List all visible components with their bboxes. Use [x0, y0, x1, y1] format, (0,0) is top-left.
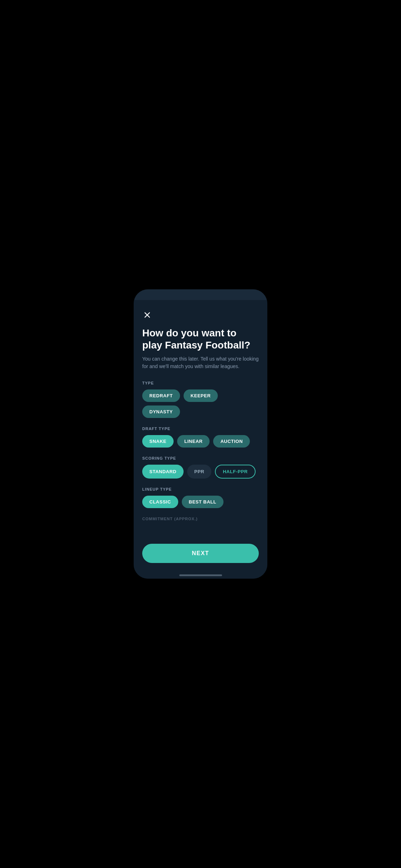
type-section: TYPE REDRAFT KEEPER DYNASTY: [142, 381, 259, 418]
scoring-type-options: STANDARD PPR HALF-PPR: [142, 465, 259, 479]
chip-dynasty[interactable]: DYNASTY: [142, 405, 180, 418]
next-button-area: NEXT: [134, 538, 267, 572]
chip-best-ball[interactable]: BEST BALL: [182, 496, 223, 508]
chip-redraft[interactable]: REDRAFT: [142, 389, 180, 402]
commitment-label: COMMITMENT (APPROX.): [142, 517, 259, 521]
chip-snake[interactable]: SNAKE: [142, 435, 174, 448]
chip-auction[interactable]: AUCTION: [213, 435, 250, 448]
page-title: How do you want to play Fantasy Football…: [142, 327, 259, 351]
draft-type-options: SNAKE LINEAR AUCTION: [142, 435, 259, 448]
chip-ppr[interactable]: PPR: [187, 465, 211, 479]
close-button[interactable]: [141, 309, 154, 321]
home-bar: [179, 574, 222, 576]
chip-keeper[interactable]: KEEPER: [184, 389, 218, 402]
lineup-type-section: LINEUP TYPE CLASSIC BEST BALL: [142, 487, 259, 508]
commitment-section: COMMITMENT (APPROX.): [142, 517, 259, 521]
home-indicator: [134, 572, 267, 579]
scoring-type-section: SCORING TYPE STANDARD PPR HALF-PPR: [142, 456, 259, 479]
chip-standard[interactable]: STANDARD: [142, 465, 184, 479]
chip-classic[interactable]: CLASSIC: [142, 496, 178, 508]
chip-half-ppr[interactable]: HALF-PPR: [215, 465, 256, 479]
scoring-type-label: SCORING TYPE: [142, 456, 259, 460]
draft-type-section: DRAFT TYPE SNAKE LINEAR AUCTION: [142, 427, 259, 448]
draft-type-label: DRAFT TYPE: [142, 427, 259, 431]
lineup-type-options: CLASSIC BEST BALL: [142, 496, 259, 508]
close-icon: [143, 311, 151, 319]
lineup-type-label: LINEUP TYPE: [142, 487, 259, 491]
chip-linear[interactable]: LINEAR: [177, 435, 210, 448]
next-button[interactable]: NEXT: [142, 544, 259, 563]
type-options: REDRAFT KEEPER DYNASTY: [142, 389, 259, 418]
page-subtitle: You can change this later. Tell us what …: [142, 355, 259, 370]
type-label: TYPE: [142, 381, 259, 385]
